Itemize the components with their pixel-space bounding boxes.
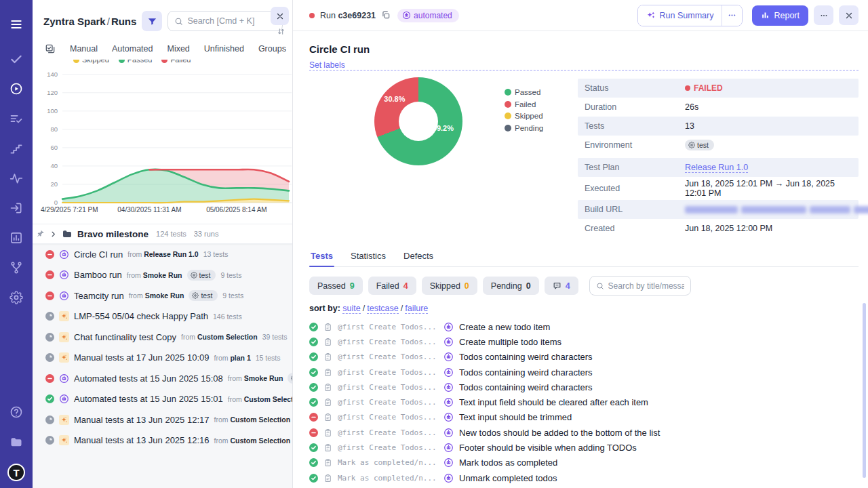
breadcrumb-project[interactable]: Zyntra Spark [43,16,106,27]
test-title[interactable]: Create multiple todo items [459,337,561,347]
sort-link-testcase[interactable]: testcase [367,304,399,314]
test-cases-icon[interactable] [9,111,24,126]
run-list-item[interactable]: Bamboo run from Smoke Run test 9 tests [33,265,292,286]
copy-run-id-button[interactable] [381,10,392,21]
run-type-tab-unfinished[interactable]: Unfinished [204,44,244,54]
test-list-item[interactable]: Mark as completed/n... Mark todos as com… [309,455,859,470]
test-title[interactable]: Mark todos as completed [459,458,557,468]
panel-close-button[interactable] [271,7,289,25]
run-list-item[interactable]: Chat functinality test Copy from Custom … [33,327,292,348]
run-list-item[interactable]: Teamcity run from Smoke Run test 9 tests [33,285,292,306]
run-list-item[interactable]: LMP-554 05/04 check Happy Path 146 tests [33,306,292,327]
help-icon[interactable] [9,405,24,420]
pin-icon[interactable] [37,230,45,238]
test-suite[interactable]: @first Create Todos... [338,323,438,331]
test-list-item[interactable]: Mark as completed/n... Mark all todos as… [309,485,859,488]
run-name[interactable]: Manual tests at 13 Jun 2025 12:16 [74,435,209,445]
steps-icon[interactable] [9,141,24,156]
select-all-icon[interactable] [45,43,56,54]
tab-statistics[interactable]: Statistics [349,247,387,266]
menu-icon[interactable] [9,17,24,32]
runs-search-input[interactable] [187,16,276,26]
projects-folder-icon[interactable] [9,434,24,449]
filter-chip-passed[interactable]: Passed9 [309,277,363,295]
test-suite[interactable]: @first Create Todos... [338,352,438,361]
run-summary-button[interactable]: Run Summary [638,5,722,26]
filter-chip-pending[interactable]: Pending0 [483,277,539,295]
run-name[interactable]: Bamboo run [74,270,122,280]
close-run-detail-button[interactable] [839,5,859,25]
test-title[interactable]: Create a new todo item [459,322,550,332]
test-title[interactable]: Text input field should be cleared after… [459,397,648,407]
run-name[interactable]: LMP-554 05/04 check Happy Path [74,311,208,321]
runs-play-icon[interactable] [9,81,24,96]
test-list-item[interactable]: @first Create Todos... Todos containing … [309,350,859,365]
test-list-item[interactable]: @first Create Todos... Todos containing … [309,380,859,394]
run-list-item[interactable]: Manual tests at 17 Jun 2025 10:09 from p… [33,348,292,369]
run-type-tab-mixed[interactable]: Mixed [167,44,189,54]
test-suite[interactable]: @first Create Todos... [338,428,438,437]
test-title[interactable]: Todos containing weird characters [459,382,593,392]
run-name[interactable]: Manual tests at 13 Jun 2025 12:17 [74,415,209,425]
comments-filter-chip[interactable]: 4 [545,277,578,295]
app-logo[interactable]: T [7,464,25,481]
tests-search[interactable] [589,276,691,296]
test-list-item[interactable]: @first Create Todos... Todos containing … [309,365,859,380]
run-name[interactable]: Chat functinality test Copy [74,332,176,342]
run-type-tab-manual[interactable]: Manual [70,44,98,54]
run-name[interactable]: Automated tests at 15 Jun 2025 15:01 [74,394,223,404]
run-type-tab-groups[interactable]: Groups [258,44,286,54]
test-title[interactable]: New todos should be added to the bottom … [459,428,660,438]
tests-search-input[interactable] [608,281,684,291]
test-suite[interactable]: @first Create Todos... [338,443,438,452]
test-list-item[interactable]: @first Create Todos... Text input field … [309,394,859,409]
test-list-item[interactable]: @first Create Todos... Footer should be … [309,440,859,455]
test-title[interactable]: Todos containing weird characters [459,352,593,362]
run-type-tab-automated[interactable]: Automated [112,44,153,54]
test-suite[interactable]: @first Create Todos... [338,383,438,392]
test-title[interactable]: Text input should be trimmed [459,412,572,422]
test-title[interactable]: Footer should be visible when adding TOD… [459,443,637,453]
test-suite[interactable]: Mark as completed/n... [338,474,438,483]
test-list-item[interactable]: @first Create Todos... Create multiple t… [309,334,859,349]
test-list-item[interactable]: @first Create Todos... Create a new todo… [309,319,859,334]
test-suite[interactable]: Mark as completed/n... [338,458,438,467]
run-list-item[interactable]: Manual tests at 13 Jun 2025 12:16 from C… [33,430,292,451]
test-title[interactable]: Unmark completed todos [459,473,557,483]
group-name[interactable]: Bravo milestone [77,229,149,239]
test-suite[interactable]: @first Create Todos... [338,338,438,346]
sort-link-suite[interactable]: suite [342,304,360,314]
reports-chart-icon[interactable] [9,230,24,245]
sort-link-failure[interactable]: failure [405,304,428,314]
settings-gear-icon[interactable] [9,290,24,305]
filter-button[interactable] [142,11,162,31]
scrollbar-thumb[interactable] [863,303,866,478]
run-group-row[interactable]: Bravo milestone 124 tests 33 runs [33,224,292,244]
set-labels-link[interactable]: Set labels [309,60,859,70]
filter-chip-failed[interactable]: Failed4 [368,277,416,295]
report-button[interactable]: Report [752,5,808,26]
run-list-item[interactable]: Automated tests at 15 Jun 2025 15:01 fro… [33,389,292,410]
test-suite[interactable]: @first Create Todos... [338,398,438,407]
run-summary-more-button[interactable] [722,5,742,26]
run-name[interactable]: Manual tests at 17 Jun 2025 10:09 [74,352,209,363]
test-suite[interactable]: @first Create Todos... [338,413,438,422]
test-list-item[interactable]: @first Create Todos... Text input should… [309,410,859,425]
test-plan-link[interactable]: Release Run 1.0 [685,163,748,173]
tab-tests[interactable]: Tests [309,247,334,266]
tab-defects[interactable]: Defects [402,247,435,266]
test-title[interactable]: Todos containing weird characters [459,367,593,378]
runs-search[interactable] [167,11,283,31]
test-list-item[interactable]: @first Create Todos... New todos should … [309,425,859,440]
run-list-item[interactable]: Manual tests at 13 Jun 2025 12:17 from C… [33,409,292,430]
run-name[interactable]: Circle CI run [74,249,123,260]
run-name[interactable]: Automated tests at 15 Jun 2025 15:08 [74,373,223,384]
run-name[interactable]: Teamcity run [74,291,124,301]
sort-mini-icon[interactable] [277,27,286,35]
branches-icon[interactable] [9,260,24,275]
more-actions-button[interactable] [814,5,833,25]
analytics-pulse-icon[interactable] [9,171,24,186]
import-icon[interactable] [9,201,24,216]
tasks-check-icon[interactable] [9,52,24,66]
chevron-right-icon[interactable] [50,230,57,238]
